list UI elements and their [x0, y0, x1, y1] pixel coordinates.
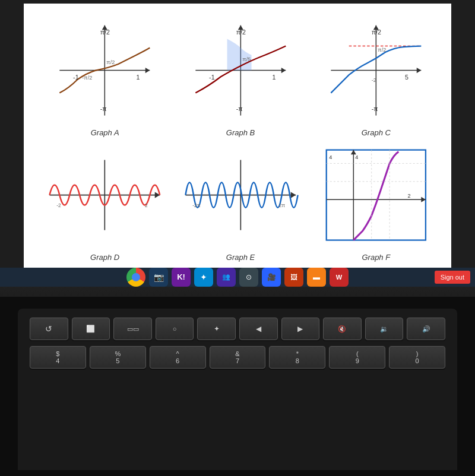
svg-text:2π: 2π — [278, 202, 285, 208]
kahoot-icon[interactable]: K! — [172, 268, 191, 287]
key-amp-7[interactable]: &7 — [210, 346, 266, 369]
graph-b-label: Graph B — [226, 128, 255, 137]
graph-cell-a: π/2 -π π/2 -π/2 1 -1 Graph A — [42, 15, 168, 137]
graph-image-e: -2π 2π — [177, 140, 303, 250]
svg-text:4: 4 — [355, 154, 358, 160]
key-dollar-4[interactable]: $4 — [30, 346, 86, 369]
screen-bezel: π/2 -π π/2 -π/2 1 -1 Graph A — [0, 0, 475, 268]
graph-a-svg: π/2 -π π/2 -π/2 1 -1 — [45, 21, 165, 120]
graph-e-label: Graph E — [226, 253, 255, 262]
graph-d-svg: -2 2 — [45, 145, 165, 245]
graph-cell-e: -2π 2π Graph E — [177, 140, 303, 262]
graph-image-c: π/2 -π -2 5 π/2 — [313, 15, 439, 126]
key-mute[interactable]: 🔇 — [323, 318, 362, 340]
photos-icon[interactable]: 🖼 — [284, 268, 303, 287]
graph-cell-f: 4 2 4 Graph F — [313, 140, 439, 262]
graph-cell-d: -2 2 Graph D — [42, 140, 168, 262]
graph-c-svg: π/2 -π -2 5 π/2 — [316, 21, 436, 120]
zoom-icon[interactable]: 🎥 — [262, 268, 281, 287]
key-vol-up[interactable]: 🔊 — [407, 318, 445, 340]
svg-text:1: 1 — [137, 74, 140, 81]
key-caret-6[interactable]: ^6 — [150, 346, 206, 369]
svg-marker-12 — [281, 68, 286, 73]
screen-content: π/2 -π π/2 -π/2 1 -1 Graph A — [24, 4, 451, 268]
svg-text:-π: -π — [372, 105, 378, 112]
svg-text:π/5: π/5 — [242, 57, 251, 63]
content-area: π/2 -π π/2 -π/2 1 -1 Graph A — [24, 4, 451, 268]
graph-e-svg: -2π 2π — [180, 145, 301, 245]
svg-marker-21 — [417, 68, 422, 73]
key-lparen-9[interactable]: (9 — [329, 346, 385, 369]
svg-text:2: 2 — [408, 193, 411, 199]
graph-image-b: π/2 -π -1 1 π/5 — [177, 15, 303, 126]
svg-text:-1: -1 — [73, 74, 79, 81]
clever-icon[interactable]: ✦ — [194, 268, 213, 287]
svg-text:π/2: π/2 — [378, 47, 386, 53]
key-rparen-0[interactable]: )0 — [389, 346, 445, 369]
svg-text:-2: -2 — [57, 202, 62, 208]
laptop-screen: π/2 -π π/2 -π/2 1 -1 Graph A — [0, 0, 475, 249]
key-percent-5[interactable]: %5 — [90, 346, 146, 369]
svg-text:4: 4 — [329, 154, 332, 160]
svg-text:π/2: π/2 — [100, 28, 110, 36]
key-prev[interactable]: ◀ — [239, 318, 278, 340]
svg-text:-π: -π — [236, 105, 242, 112]
svg-text:2: 2 — [145, 202, 148, 208]
graph-cell-c: π/2 -π -2 5 π/2 Graph C — [313, 15, 439, 137]
graph-c-label: Graph C — [362, 128, 391, 137]
camera-icon[interactable]: 📷 — [149, 268, 168, 287]
key-window[interactable]: ⬜ — [72, 318, 110, 340]
svg-marker-2 — [145, 68, 150, 73]
key-refresh[interactable]: ↺ — [30, 318, 68, 340]
keyboard-bezel: ↺ ⬜ ▭▭ ○ ✦ ◀ ▶ 🔇 🔉 🔊 $4 %5 ^6 &7 *8 (9 )… — [18, 309, 457, 470]
slides-icon[interactable]: ▬ — [307, 268, 326, 287]
svg-text:1: 1 — [272, 74, 276, 81]
svg-marker-36 — [290, 192, 295, 198]
svg-text:π/2: π/2 — [236, 28, 245, 36]
graph-f-label: Graph F — [362, 253, 390, 262]
svg-text:-2π: -2π — [192, 202, 201, 208]
svg-text:π/2: π/2 — [372, 28, 381, 36]
office-icon[interactable]: W — [330, 268, 349, 287]
graph-image-a: π/2 -π π/2 -π/2 1 -1 — [42, 15, 168, 126]
key-next[interactable]: ▶ — [281, 318, 320, 340]
key-brightness[interactable]: ✦ — [197, 318, 236, 340]
keyboard-area: ↺ ⬜ ▭▭ ○ ✦ ◀ ▶ 🔇 🔉 🔊 $4 %5 ^6 &7 *8 (9 )… — [0, 297, 475, 476]
graph-f-svg: 4 2 4 — [316, 145, 436, 245]
key-star-8[interactable]: *8 — [269, 346, 325, 369]
key-circle[interactable]: ○ — [156, 318, 194, 340]
key-row-fn: ↺ ⬜ ▭▭ ○ ✦ ◀ ▶ 🔇 🔉 🔊 — [30, 318, 445, 340]
graph-image-f: 4 2 4 — [313, 140, 439, 250]
taskbar-icons: 📷 K! ✦ 👥 ⊙ 🎥 🖼 ▬ W — [6, 268, 469, 287]
sign-out-button[interactable]: Sign out — [435, 271, 470, 284]
graph-d-label: Graph D — [90, 253, 119, 262]
svg-text:-2: -2 — [372, 78, 376, 84]
key-fullscreen[interactable]: ▭▭ — [113, 318, 152, 340]
svg-text:5: 5 — [405, 74, 408, 81]
key-row-numbers: $4 %5 ^6 &7 *8 (9 )0 — [30, 346, 445, 369]
taskbar: 📷 K! ✦ 👥 ⊙ 🎥 🖼 ▬ W Sign out — [0, 268, 475, 287]
svg-text:-π: -π — [100, 105, 107, 112]
chrome-icon[interactable] — [126, 268, 145, 287]
graph-b-svg: π/2 -π -1 1 π/5 — [180, 21, 301, 120]
key-vol-down[interactable]: 🔉 — [365, 318, 404, 340]
svg-text:-1: -1 — [209, 74, 215, 81]
graph-image-d: -2 2 — [42, 140, 168, 250]
graph-a-label: Graph A — [91, 128, 119, 137]
svg-text:π/2: π/2 — [107, 59, 115, 65]
screencast-icon[interactable]: ⊙ — [239, 268, 258, 287]
graphs-container: π/2 -π π/2 -π/2 1 -1 Graph A — [42, 15, 439, 256]
svg-text:-π/2: -π/2 — [83, 75, 93, 81]
graph-cell-b: π/2 -π -1 1 π/5 Graph B — [177, 15, 303, 137]
teams-icon[interactable]: 👥 — [217, 268, 236, 287]
